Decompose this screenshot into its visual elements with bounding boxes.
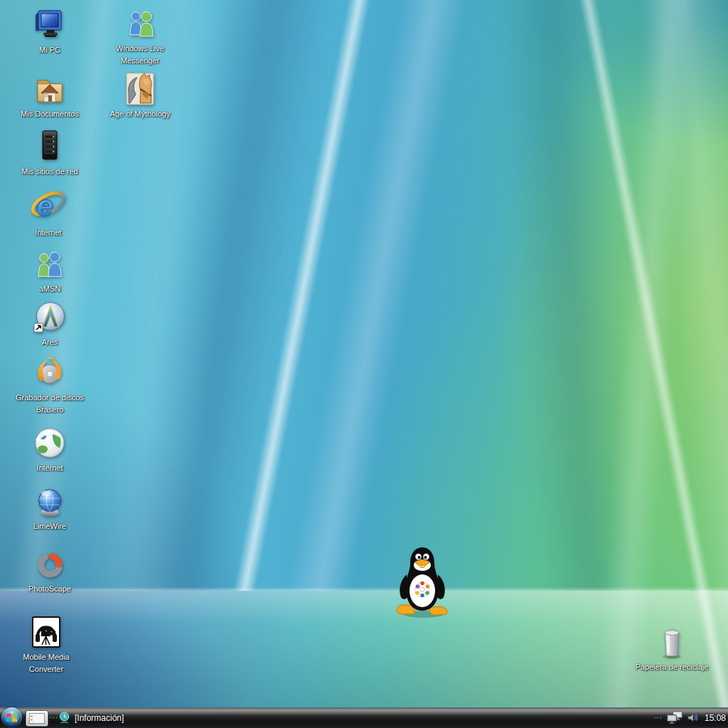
- windows-flag-icon: [6, 712, 18, 724]
- desktop-icon-grabador-brasero[interactable]: Grabador de discos Brasero: [2, 355, 97, 416]
- tray-overflow-chevron[interactable]: ···: [653, 707, 663, 728]
- ares-globe-icon: [33, 300, 67, 334]
- brasero-flame-disc-icon: [33, 355, 67, 390]
- desktop-icon-label: Grabador de discos Brasero: [8, 392, 92, 416]
- desktop-icon-windows-live-messenger[interactable]: Windows Live Messenger: [97, 6, 183, 67]
- desktop-icon-papelera-de-reciclaje[interactable]: Papelera de reciclaje: [616, 625, 727, 673]
- internet-explorer-icon: e: [29, 186, 68, 225]
- desktop-icon-mis-sitios-de-red[interactable]: Mis sitios de red: [3, 129, 97, 178]
- wallpaper-beam: [254, 0, 486, 591]
- quick-launch-overflow-chevron[interactable]: ···: [49, 707, 58, 728]
- desktop-icon-label: Mi PC: [39, 44, 60, 56]
- taskbar-clock[interactable]: 15:08: [702, 713, 726, 723]
- desktop-icon-label: Mis sitios de red: [21, 166, 77, 178]
- quick-launch-show-desktop-button[interactable]: [26, 710, 48, 727]
- svg-text:e: e: [36, 188, 53, 223]
- wallpaper-beam: [488, 0, 657, 591]
- start-button[interactable]: [1, 707, 22, 728]
- desktop-icon-label: Age of Mythology: [110, 108, 171, 120]
- taskbar-window-label: [Información]: [75, 713, 124, 723]
- desktop-icon-label: Ares: [42, 336, 58, 348]
- desktop-icon-label: Mis Documentos: [21, 108, 79, 120]
- desktop-icon-label: aMSN: [39, 283, 61, 295]
- desktop-icon-label: Internet: [36, 462, 63, 474]
- volume-tray-icon[interactable]: [687, 712, 698, 723]
- network-tray-icon[interactable]: [666, 710, 684, 725]
- desktop-icon-photoscape[interactable]: PhotoScape: [5, 547, 95, 595]
- desktop-icon-label: Papelera de reciclaje: [636, 661, 709, 673]
- photoscape-ring-icon: [33, 547, 67, 581]
- tux-penguin-mascot: [394, 545, 451, 619]
- desktop[interactable]: Mi PC Windows Live Messenger Mis Documen…: [0, 0, 728, 728]
- computer-icon: [33, 8, 67, 42]
- desktop-icon-label: Internet: [35, 227, 61, 239]
- wallpaper-beam: [200, 0, 390, 591]
- desktop-icon-mis-documentos[interactable]: Mis Documentos: [3, 72, 97, 120]
- desktop-icon-label: LimeWire: [33, 520, 66, 532]
- network-server-icon: [33, 129, 67, 164]
- desktop-icon-limewire[interactable]: LimeWire: [5, 484, 95, 532]
- messenger-buddies-icon: [123, 6, 157, 41]
- folder-home-icon: [33, 72, 67, 106]
- desktop-icon-label: PhotoScape: [28, 583, 71, 595]
- desktop-icon-mobile-media-converter[interactable]: Mobile Media Converter: [4, 615, 89, 675]
- show-desktop-icon: [29, 713, 45, 724]
- clock-app-icon: [58, 712, 70, 724]
- desktop-icon-label: Windows Live Messenger: [107, 43, 173, 67]
- limewire-globe-icon: [33, 484, 67, 518]
- web-browser-globe-icon: [33, 426, 67, 460]
- mobile-media-converter-icon: [29, 615, 63, 649]
- desktop-icon-label: Mobile Media Converter: [13, 651, 80, 675]
- desktop-icon-age-of-mythology[interactable]: Age of Mythology: [90, 72, 190, 120]
- recycle-bin-icon: [655, 625, 689, 659]
- desktop-icon-ares[interactable]: Ares: [5, 300, 95, 348]
- desktop-icon-internet-explorer[interactable]: eInternet: [4, 186, 93, 239]
- age-of-mythology-icon: [123, 72, 157, 106]
- desktop-icon-amsn[interactable]: aMSN: [5, 247, 95, 295]
- amsn-buddies-icon: [33, 247, 67, 281]
- desktop-icon-internet-epiphany[interactable]: Internet: [5, 426, 95, 474]
- taskbar-window-button[interactable]: [Información]: [58, 707, 124, 728]
- taskbar: ··· [Información] ···: [0, 707, 728, 728]
- desktop-icon-mi-pc[interactable]: Mi PC: [5, 8, 95, 56]
- system-tray: ··· 15:08: [653, 707, 726, 728]
